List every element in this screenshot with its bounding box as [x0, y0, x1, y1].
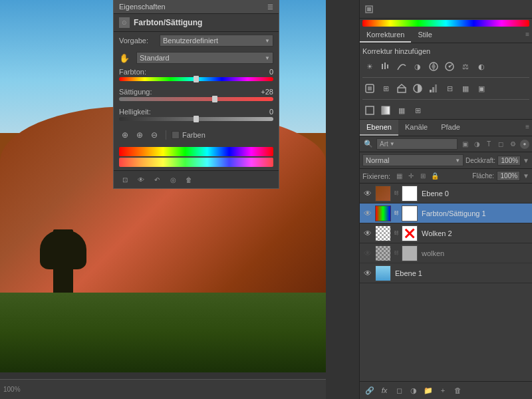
layer-visibility-0[interactable]: 👁	[362, 188, 373, 199]
farbton-label-row: Farbton: 0	[119, 68, 273, 76]
lock-artboard-icon[interactable]: ⊞	[418, 172, 428, 181]
layer-mask-0	[402, 186, 418, 201]
farben-checkbox-label[interactable]: Farben	[172, 131, 205, 139]
farbton-value: 0	[269, 68, 273, 76]
opacity-arrow[interactable]: ▼	[523, 157, 529, 164]
photofilter-icon[interactable]	[362, 81, 377, 96]
exposure-icon[interactable]: ◑	[410, 59, 425, 74]
link-icon[interactable]: 🔗	[364, 384, 376, 396]
curves-icon[interactable]	[394, 59, 409, 74]
hand-icon-small: ✋	[119, 53, 132, 63]
layer-visibility-3[interactable]: 👁	[362, 248, 373, 259]
eye2-icon[interactable]: ◎	[167, 174, 179, 186]
tools-row: ⊕ ⊕ ⊖ Farben	[114, 126, 279, 144]
filter-shape-icon[interactable]: ◻	[495, 139, 506, 150]
fill-input[interactable]: 100%	[497, 171, 520, 181]
new-layer-icon[interactable]: +	[437, 384, 449, 396]
tab-stile[interactable]: Stile	[411, 28, 438, 43]
layers-search[interactable]: Art ▼	[376, 138, 458, 150]
brightness-icon[interactable]: ☀	[362, 59, 377, 74]
layer-thumb-4	[375, 265, 391, 281]
group-icon[interactable]: 📁	[422, 384, 434, 396]
huesat-icon[interactable]	[442, 59, 457, 74]
svg-rect-10	[398, 88, 406, 92]
farbton-label: Farbton:	[119, 68, 156, 76]
helligkeit-value: 0	[269, 108, 273, 116]
filter-toggle[interactable]: ●	[520, 140, 529, 149]
filter-smart-icon[interactable]: ⚙	[507, 139, 518, 150]
layer-row[interactable]: 👁 ⛓ Wolken 2	[360, 223, 532, 243]
filter-text-icon[interactable]: T	[483, 139, 494, 150]
delete-layer-icon[interactable]: 🗑	[452, 384, 464, 396]
tree-silhouette	[53, 229, 73, 296]
layers-menu[interactable]: ≡	[523, 120, 532, 136]
gradientfill-icon[interactable]	[378, 103, 393, 118]
filter-pixel-icon[interactable]: ▣	[460, 139, 470, 150]
svg-rect-15	[366, 106, 374, 114]
eyedropper-icon[interactable]: ⊕	[119, 129, 131, 141]
farbton-slider[interactable]	[119, 77, 273, 81]
levels-icon[interactable]	[378, 59, 393, 74]
more-icon[interactable]: ⊞	[410, 103, 425, 118]
gradient-map-icon[interactable]: ▦	[458, 81, 473, 96]
farben-checkbox[interactable]	[172, 131, 180, 139]
mask-icon[interactable]: ◻	[393, 384, 405, 396]
trash-icon[interactable]: 🗑	[183, 174, 195, 186]
svg-rect-2	[382, 64, 383, 69]
color-bar-1	[119, 147, 273, 156]
lock-move-icon[interactable]: ✛	[406, 172, 416, 181]
filter-icon: 🔍	[362, 140, 374, 148]
adjustment-icon[interactable]: ◑	[408, 384, 420, 396]
layer-visibility-2[interactable]: 👁	[362, 228, 373, 239]
lock-all-icon[interactable]: 🔒	[430, 172, 440, 181]
colorlookup-icon[interactable]	[394, 81, 409, 96]
svg-rect-14	[435, 84, 437, 92]
fill-value: 100%	[501, 172, 518, 180]
colorbalance-icon[interactable]: ⚖	[458, 59, 473, 74]
standard-dropdown[interactable]: Standard ▼	[136, 52, 273, 64]
vorgabe-dropdown[interactable]: Benutzerdefiniert ▼	[160, 35, 273, 47]
helligkeit-slider[interactable]	[119, 117, 273, 121]
threshold-icon[interactable]: ⊟	[442, 81, 457, 96]
blackwhite-icon[interactable]: ◐	[474, 59, 489, 74]
invert-icon[interactable]	[410, 81, 425, 96]
corrections-close[interactable]: ≡	[523, 28, 532, 43]
clip-icon[interactable]: ⊡	[119, 174, 131, 186]
visibility-icon[interactable]: 👁	[135, 174, 147, 186]
layer-visibility-4[interactable]: 👁	[362, 268, 373, 279]
solidcolor-icon[interactable]	[362, 103, 377, 118]
tab-korrekturen[interactable]: Korrekturen	[360, 28, 411, 43]
tab-ebenen[interactable]: Ebenen	[360, 120, 398, 136]
tab-pfade[interactable]: Pfade	[434, 120, 467, 136]
filter-toggle-icon: ●	[523, 141, 527, 147]
patternfill-icon[interactable]: ▦	[394, 103, 409, 118]
layers-tabs: Ebenen Kanäle Pfade ≡	[360, 120, 532, 136]
saettigung-thumb[interactable]	[212, 96, 217, 102]
mode-dropdown[interactable]: Normal ▼	[362, 154, 464, 166]
filter-adj-icon[interactable]: ◑	[471, 139, 482, 150]
lock-pixels-icon[interactable]: ▦	[394, 172, 404, 181]
vibrance-icon[interactable]	[426, 59, 441, 74]
farbton-thumb[interactable]	[194, 76, 199, 82]
layer-row[interactable]: 👁 Ebene 1	[360, 263, 532, 283]
channelmixer-icon[interactable]: ⊞	[378, 81, 393, 96]
layer-visibility-1[interactable]: 👁	[362, 208, 373, 219]
opacity-input[interactable]: 100%	[497, 156, 521, 166]
layers-bottom-bar: 🔗 fx ◻ ◑ 📁 + 🗑	[360, 381, 532, 399]
eyedropper-minus-icon[interactable]: ⊖	[148, 129, 160, 141]
fill-arrow[interactable]: ▼	[523, 172, 529, 180]
eyedropper-plus-icon[interactable]: ⊕	[134, 129, 146, 141]
svg-rect-3	[384, 63, 386, 69]
fx-icon[interactable]: fx	[378, 384, 390, 396]
posterize-icon[interactable]	[426, 81, 441, 96]
layer-row[interactable]: 👁 ⛓ Farbton/Sättigung 1	[360, 203, 532, 223]
selective-color-icon[interactable]: ▣	[474, 81, 489, 96]
panel-menu-icon[interactable]: ☰	[267, 3, 273, 11]
layer-row[interactable]: 👁 ⛓ Ebene 0	[360, 184, 532, 203]
layer-row[interactable]: 👁 ⛓ wolken	[360, 243, 532, 263]
saettigung-slider[interactable]	[119, 97, 273, 101]
helligkeit-thumb[interactable]	[194, 116, 199, 122]
reset-icon[interactable]: ↶	[151, 174, 163, 186]
corrections-icons: ☀ ◑ ⚖ ◐	[360, 58, 532, 75]
tab-kanaele[interactable]: Kanäle	[398, 120, 434, 136]
